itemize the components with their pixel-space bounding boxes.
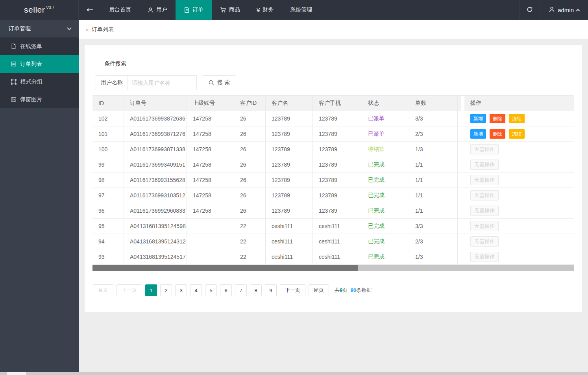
nav-item-label: 后台首页 xyxy=(109,6,131,13)
cell-order-no: A01161736992960833 xyxy=(124,203,187,218)
no-action-button: 无需操作 xyxy=(470,206,499,216)
cell-parent-account xyxy=(187,234,234,249)
pagination-prev: 上一页 xyxy=(116,284,142,296)
cell-parent-account: 147258 xyxy=(187,203,234,218)
admin-menu[interactable]: admin xyxy=(540,0,588,20)
pagination-next[interactable]: 下一页 xyxy=(280,284,305,296)
column-header-actions: 操作 xyxy=(464,96,574,111)
nav-item-label: 商品 xyxy=(229,6,240,13)
fixed-column-gap xyxy=(461,249,464,264)
cell-customer-phone: 123789 xyxy=(313,157,362,172)
nav-item-label: 订单 xyxy=(192,6,203,13)
nav-item-后台首页[interactable]: 后台首页 xyxy=(101,0,139,20)
search-button-label: 搜 索 xyxy=(217,79,230,86)
main-nav: 后台首页用户订单商品¥财务系统管理 xyxy=(101,0,320,20)
cell-status: 已完成 xyxy=(362,203,409,218)
sidebar-items: 在线派单订单列表模式分组弹窗图片 xyxy=(0,37,79,108)
cell-status: 已完成 xyxy=(362,234,409,249)
summary-prefix: 共 xyxy=(335,287,340,293)
cell-actions: 无需操作 xyxy=(464,157,574,172)
sidebar-item-订单列表[interactable]: 订单列表 xyxy=(0,55,79,73)
summary-total-count: 90 xyxy=(351,287,356,293)
sidebar-item-label: 模式分组 xyxy=(20,78,43,85)
cell-customer-phone: 123789 xyxy=(313,111,362,126)
cell-id: 95 xyxy=(92,219,124,234)
cell-status: 已完成 xyxy=(362,157,409,172)
table-row: 96A0116173699296083314725826123789123789… xyxy=(92,203,574,219)
cell-customer-id: 22 xyxy=(234,234,266,249)
nav-item-系统管理[interactable]: 系统管理 xyxy=(282,0,320,20)
table-row: 98A0116173699315562814725826123789123789… xyxy=(92,173,574,188)
pagination-first: 首页 xyxy=(93,284,113,296)
user-icon xyxy=(549,6,555,14)
delete-button[interactable]: 删除 xyxy=(490,114,505,123)
cell-actions: 无需操作 xyxy=(464,188,574,203)
freeze-button[interactable]: 冻结 xyxy=(509,129,525,139)
pagination-page-5[interactable]: 5 xyxy=(205,284,217,296)
username-input[interactable] xyxy=(128,75,197,90)
pagination-page-8[interactable]: 8 xyxy=(250,284,262,296)
sidebar-group-order-management[interactable]: 订单管理 xyxy=(0,20,79,37)
search-button[interactable]: 搜 索 xyxy=(202,75,236,90)
table-row: 102A011617369938726361472582612378912378… xyxy=(92,111,574,126)
cell-customer-id: 26 xyxy=(234,173,266,188)
cell-customer-phone: 123789 xyxy=(313,203,362,218)
nav-item-label: 财务 xyxy=(263,6,274,13)
table-horizontal-scrollbar[interactable] xyxy=(92,265,574,271)
add-button[interactable]: 新增 xyxy=(470,129,486,139)
page-scrollbar-thumb[interactable] xyxy=(7,372,26,375)
cell-count: 2/3 xyxy=(409,234,458,249)
pagination-last[interactable]: 尾页 xyxy=(309,284,329,296)
sidebar-item-弹窗图片[interactable]: 弹窗图片 xyxy=(0,91,79,108)
cell-order-no: A01161736993871276 xyxy=(124,126,187,141)
cell-filler xyxy=(458,157,461,172)
cell-customer-phone: 123789 xyxy=(313,126,362,141)
table-scrollbar-thumb[interactable] xyxy=(92,265,358,271)
cell-id: 101 xyxy=(92,126,124,141)
sidebar-item-label: 弹窗图片 xyxy=(20,96,42,103)
breadcrumb-caret-icon: » xyxy=(85,26,89,33)
order-table: ID订单号上级账号客户ID客户名客户手机状态单数操作102A0116173699… xyxy=(92,95,574,265)
nav-item-订单[interactable]: 订单 xyxy=(176,0,212,20)
fixed-column-gap xyxy=(461,173,464,188)
cell-customer-id: 26 xyxy=(234,142,266,157)
sidebar-item-在线派单[interactable]: 在线派单 xyxy=(0,37,79,55)
pagination-summary: 共9页 90条数据 xyxy=(335,287,372,294)
pagination-page-9[interactable]: 9 xyxy=(265,284,277,296)
search-fieldset: 条件搜索 xyxy=(96,60,571,67)
freeze-button[interactable]: 冻结 xyxy=(509,114,525,123)
pagination-page-4[interactable]: 4 xyxy=(190,284,202,296)
refresh-button[interactable] xyxy=(519,0,540,20)
table-row: 95A0413168139512459822ceshi111ceshi111已完… xyxy=(92,219,574,234)
fixed-column-gap xyxy=(461,142,464,157)
table-row: 99A0116173699340915114725826123789123789… xyxy=(92,157,574,173)
sidebar-item-模式分组[interactable]: 模式分组 xyxy=(0,73,79,91)
no-action-button: 无需操作 xyxy=(470,252,499,262)
cell-customer-name: 123789 xyxy=(266,111,313,126)
column-header: 单数 xyxy=(409,96,458,111)
cell-status: 已派单 xyxy=(362,126,409,141)
fixed-column-gap xyxy=(461,157,464,172)
cell-actions: 无需操作 xyxy=(464,234,574,249)
nav-item-商品[interactable]: 商品 xyxy=(212,0,248,20)
nav-item-财务[interactable]: ¥财务 xyxy=(248,0,282,20)
pagination-page-2[interactable]: 2 xyxy=(160,284,172,296)
app-logo-text: seller xyxy=(24,5,45,15)
add-button[interactable]: 新增 xyxy=(470,114,486,123)
nav-item-用户[interactable]: 用户 xyxy=(139,0,176,20)
cell-parent-account xyxy=(187,219,234,234)
menu-collapse-button[interactable] xyxy=(79,0,101,20)
pagination-page-7[interactable]: 7 xyxy=(235,284,247,296)
fixed-column-gap xyxy=(461,219,464,234)
page-horizontal-scrollbar[interactable] xyxy=(0,372,588,375)
delete-button[interactable]: 删除 xyxy=(490,129,505,139)
column-filler xyxy=(458,96,461,111)
cell-count: 3/3 xyxy=(409,111,458,126)
column-header: 客户名 xyxy=(266,96,313,111)
cell-actions: 新增删除冻结 xyxy=(464,126,574,141)
pagination-page-3[interactable]: 3 xyxy=(175,284,187,296)
pagination-page-6[interactable]: 6 xyxy=(220,284,232,296)
username-field-label: 用户名称 xyxy=(96,75,128,90)
no-action-button: 无需操作 xyxy=(470,175,499,185)
admin-username: admin xyxy=(558,7,574,13)
